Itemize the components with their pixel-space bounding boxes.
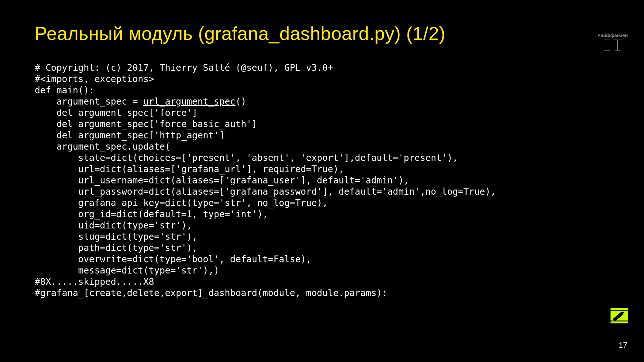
code-block: # Copyright: (c) 2017, Thierry Sallé (@s… — [35, 62, 609, 299]
brand-text: Райффайзен — [598, 33, 628, 38]
code-line: #<imports, exceptions> — [35, 74, 154, 84]
code-underlined: url_argument_spec — [143, 96, 236, 107]
code-line: state=dict(choices=['present', 'absent',… — [35, 153, 458, 163]
page-number: 17 — [619, 341, 627, 350]
code-line: #grafana_[create,delete,export]_dashboar… — [35, 288, 387, 298]
code-line: url_username=dict(aliases=['grafana_user… — [35, 175, 409, 186]
code-line: del argument_spec['http_agent'] — [35, 130, 225, 141]
code-line: # Copyright: (c) 2017, Thierry Sallé (@s… — [35, 62, 333, 73]
code-line: () — [236, 96, 247, 107]
code-line: del argument_spec['force'] — [35, 107, 198, 118]
code-line: grafana_api_key=dict(type='str', no_log=… — [35, 198, 328, 208]
code-line: url=dict(aliases=['grafana_url'], requir… — [35, 164, 344, 174]
code-line: path=dict(type='str'), — [35, 243, 198, 253]
svg-rect-10 — [611, 310, 628, 311]
code-line: def main(): — [35, 85, 94, 96]
code-line: slug=dict(type='str'), — [35, 231, 198, 242]
code-line: org_id=dict(default=1, type='int'), — [35, 209, 268, 219]
slide: Реальный модуль (grafana_dashboard.py) (… — [0, 0, 644, 362]
code-line: message=dict(type='str'),) — [35, 265, 219, 276]
code-line: #8X.....skipped.....X8 — [35, 276, 154, 287]
code-line: uid=dict(type='str'), — [35, 220, 192, 231]
pencil-icon — [611, 308, 628, 323]
slide-title: Реальный модуль (grafana_dashboard.py) (… — [35, 23, 609, 44]
svg-rect-11 — [611, 320, 628, 321]
code-line: del argument_spec['force_basic_auth'] — [35, 119, 257, 129]
code-line: url_password=dict(aliases=['grafana_pass… — [35, 186, 496, 197]
brand-logo-bottom — [611, 308, 628, 323]
brand-logo-top: Райффайзен — [598, 33, 628, 52]
code-line: argument_spec = — [35, 96, 143, 107]
it-logo-icon — [602, 39, 623, 52]
code-line: argument_spec.update( — [35, 141, 170, 152]
code-line: overwrite=dict(type='bool', default=Fals… — [35, 254, 312, 265]
